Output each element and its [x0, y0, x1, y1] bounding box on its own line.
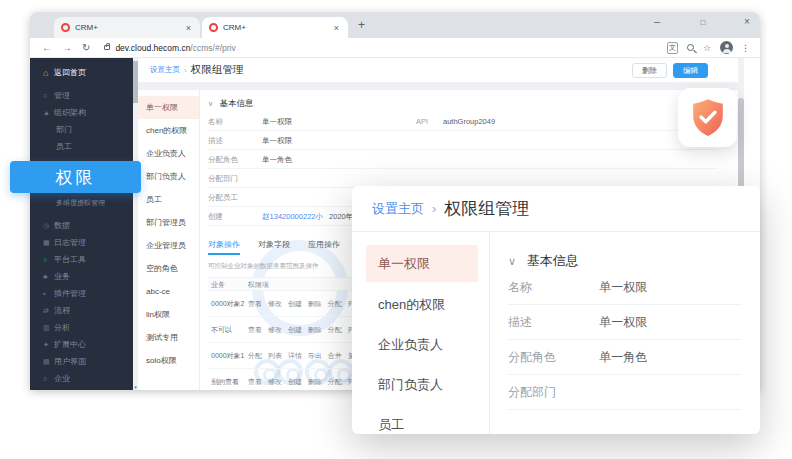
group-item[interactable]: 单一权限	[138, 96, 199, 119]
browser-toolbar: ← → ↻ dev.cloud.hecom.cn/ccms/#/priv 文 ☆…	[30, 38, 760, 58]
biz-cell: 0000对象1	[208, 351, 248, 361]
sidebar-item-multi-dim-auth[interactable]: 多维度授权管理	[30, 194, 133, 211]
new-tab-button[interactable]: +	[358, 18, 365, 32]
sidebar-item-label: 平台工具	[54, 254, 86, 265]
field-label: 名称	[508, 270, 596, 305]
bookmark-star-icon[interactable]: ☆	[703, 43, 711, 53]
tab-object-actions[interactable]: 对象操作	[208, 239, 240, 255]
back-icon[interactable]: ←	[42, 42, 52, 53]
window-maximize-button[interactable]: □	[696, 18, 710, 27]
crm-favicon-icon	[61, 23, 70, 32]
window-close-button[interactable]: ×	[740, 16, 754, 27]
field-row: 分配角色 单一角色	[208, 150, 718, 169]
biz-cell: 不可以	[208, 325, 248, 335]
group-item[interactable]: 员工	[366, 405, 478, 434]
group-item[interactable]: abc-ce	[138, 280, 199, 303]
sidebar-item-enterprise[interactable]: ○ 企业	[30, 370, 133, 387]
group-item[interactable]: lin权限	[138, 303, 199, 326]
sidebar-item-analysis[interactable]: ▥ 分析	[30, 319, 133, 336]
field-label: 分配角色	[508, 340, 596, 375]
sidebar-item-business[interactable]: ♣ 业务	[30, 268, 133, 285]
sidebar-item-label: 数据	[54, 220, 70, 231]
group-item[interactable]: 部门负责人	[366, 365, 478, 405]
profile-avatar[interactable]	[720, 41, 733, 54]
group-item[interactable]: solo权限	[138, 349, 199, 372]
forward-icon[interactable]: →	[62, 42, 72, 53]
sidebar-item-manage[interactable]: ○ 管理	[30, 87, 133, 104]
tab-close-icon[interactable]: ×	[332, 23, 341, 33]
group-item[interactable]: 部门负责人	[138, 165, 199, 188]
basic-info-section-header[interactable]: ∨ 基本信息	[208, 98, 718, 112]
clock-icon: ◷	[43, 222, 54, 230]
sidebar-item-org[interactable]: ▲ 组织架构	[30, 104, 133, 121]
field-value: 单一权限	[599, 315, 647, 329]
sidebar-item-label: 分析	[54, 322, 70, 333]
field-value: 单一角色	[262, 155, 292, 164]
delete-button[interactable]: 删除	[632, 63, 667, 78]
browser-tab-1[interactable]: CRM+ ×	[54, 17, 200, 38]
field-row: 名称 单一权限 API authGroup2049	[208, 112, 718, 131]
group-item[interactable]: 企业负责人	[366, 325, 478, 365]
crm-favicon-icon	[209, 23, 218, 32]
sidebar-item-staff[interactable]: 员工	[30, 138, 133, 155]
sidebar-item-extension-center[interactable]: ✦ 扩展中心	[30, 336, 133, 353]
group-item[interactable]: 员工	[138, 188, 199, 211]
group-item[interactable]: 空的角色	[138, 257, 199, 280]
browser-menu-icon[interactable]: ⋮	[741, 43, 750, 53]
tab-close-icon[interactable]: ×	[184, 23, 193, 33]
breadcrumb-home-link[interactable]: 设置主页	[150, 65, 180, 75]
sidebar-item-platform-tools[interactable]: ○ 平台工具	[30, 251, 133, 268]
log-grid-icon: ▦	[43, 239, 54, 247]
tab-object-fields[interactable]: 对象字段	[258, 239, 290, 255]
window-minimize-button[interactable]: –	[650, 16, 664, 27]
sidebar-item-ui[interactable]: ▤ 用户界面	[30, 353, 133, 370]
sidebar-item-dept[interactable]: 部门	[30, 121, 133, 138]
sidebar-item-label: 日志管理	[54, 237, 86, 248]
browser-tab-2[interactable]: CRM+ ×	[202, 17, 348, 38]
group-item[interactable]: 部门管理员	[138, 211, 199, 234]
breadcrumb-home-link[interactable]: 设置主页	[372, 200, 424, 218]
reload-icon[interactable]: ↻	[82, 42, 90, 53]
group-item[interactable]: chen的权限	[366, 285, 478, 325]
lock-icon[interactable]	[104, 45, 110, 50]
ui-icon: ▤	[43, 358, 54, 366]
overlay-body: 单一权限 chen的权限 企业负责人 部门负责人 员工 ∨ 基本信息 名称 单一…	[352, 232, 760, 434]
biz-cell: 0000对象2	[208, 299, 248, 309]
tab-app-actions[interactable]: 应用操作	[308, 239, 340, 255]
sidebar-item-label: 扩展中心	[54, 339, 86, 350]
sidebar-item-plugins[interactable]: ▪ 插件管理	[30, 285, 133, 302]
address-bar[interactable]: dev.cloud.hecom.cn/ccms/#/priv	[115, 43, 235, 53]
sidebar-item-home[interactable]: ⌂ 返回首页	[30, 64, 133, 81]
sidebar-item-label: 管理	[54, 90, 70, 101]
overlay-breadcrumb: 设置主页 › 权限组管理	[352, 186, 760, 232]
page-title: 权限组管理	[191, 63, 244, 77]
sidebar-item-label: 业务	[54, 271, 70, 282]
group-item[interactable]: 企业管理员	[138, 234, 199, 257]
org-icon: ▲	[43, 109, 54, 116]
edit-button[interactable]: 编辑	[673, 63, 708, 78]
translate-icon[interactable]: 文	[667, 42, 678, 54]
sidebar-item-data[interactable]: ◷ 数据	[30, 217, 133, 234]
field-row: 分配角色 单一角色	[508, 340, 742, 375]
group-item[interactable]: 测试专用	[138, 326, 199, 349]
sidebar-item-label: 员工	[56, 141, 72, 152]
field-value: 单一权限	[262, 117, 292, 126]
enterprise-icon: ○	[43, 375, 54, 382]
basic-info-section-header[interactable]: ∨ 基本信息	[508, 252, 742, 270]
search-zoom-icon[interactable]	[687, 44, 694, 51]
page-actions: 删除 编辑	[632, 63, 708, 78]
toolbar-right-icons: 文 ☆ ⋮	[667, 41, 760, 54]
sidebar-item-flow[interactable]: ⇄ 流程	[30, 302, 133, 319]
sidebar-item-label: 多维度授权管理	[56, 198, 105, 208]
field-row: 描述 单一权限	[508, 305, 742, 340]
creator-link[interactable]: 赵13420000222小	[262, 212, 323, 221]
breadcrumb-separator: ›	[184, 66, 187, 75]
group-item[interactable]: 企业负责人	[138, 142, 199, 165]
field-label: 分配角色	[208, 150, 260, 169]
group-item[interactable]: chen的权限	[138, 119, 199, 142]
permission-group-list: 单一权限 chen的权限 企业负责人 部门负责人 员工 部门管理员 企业管理员 …	[138, 90, 200, 390]
url-domain: dev.cloud.hecom.cn	[115, 43, 190, 53]
sidebar-item-log[interactable]: ▦ 日志管理	[30, 234, 133, 251]
sidebar-item-label: 流程	[54, 305, 70, 316]
group-item[interactable]: 单一权限	[366, 245, 478, 282]
